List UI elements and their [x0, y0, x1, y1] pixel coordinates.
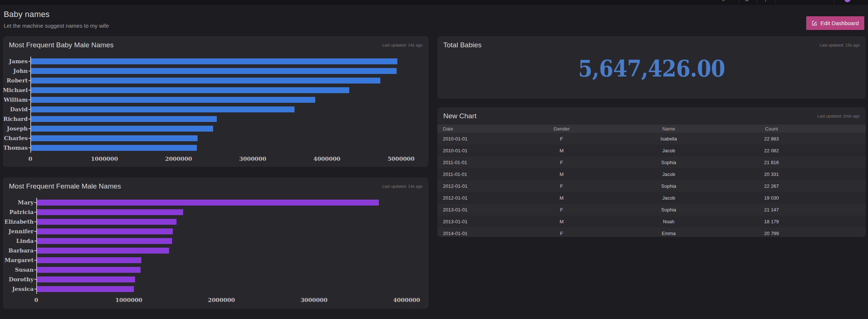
bar-category-label: John	[13, 68, 28, 74]
bar	[37, 267, 141, 273]
topbar-divider	[775, 0, 776, 4]
bar-category-label: David	[10, 106, 28, 113]
edit-dashboard-button[interactable]: Edit Dashboard	[806, 16, 864, 30]
x-axis: 01000000200000030000004000000	[36, 295, 416, 305]
table-cell: 21 816	[720, 160, 823, 165]
table-cell: Jacob	[617, 148, 720, 153]
last-updated-label: Last updated: 14s ago	[382, 184, 423, 189]
y-tick-mark	[34, 231, 36, 232]
column-header-name[interactable]: Name	[617, 126, 720, 132]
search-icon[interactable]: ⌕	[722, 0, 725, 2]
y-tick-mark	[34, 241, 36, 241]
y-tick-mark	[34, 269, 36, 270]
table-cell: M	[506, 148, 617, 153]
table-cell: 22 883	[720, 136, 823, 142]
column-header-gender[interactable]: Gender	[506, 126, 617, 132]
panel-title: Most Frequent Female Male Names	[9, 182, 121, 190]
table-cell: 2010-01-01	[437, 136, 506, 142]
bar	[31, 116, 217, 122]
panel-title: New Chart	[443, 112, 477, 120]
table-cell: 2013-01-01	[437, 207, 506, 213]
bar-row: Barbara	[37, 246, 416, 255]
top-navigation-bar: ⌕ ⠿ ?	[0, 0, 868, 5]
panel-title: Total Babies	[443, 41, 482, 49]
bar-category-label: Elizabeth	[4, 218, 34, 225]
user-avatar[interactable]	[844, 0, 851, 2]
bar	[31, 106, 295, 112]
y-tick-mark	[34, 202, 36, 203]
bar-category-label: Charles	[4, 135, 28, 142]
bar-row: Joseph	[31, 124, 416, 133]
table-cell: 19 030	[720, 195, 823, 201]
bar	[31, 135, 198, 141]
bar	[37, 238, 172, 244]
apps-icon[interactable]: ⠿	[745, 0, 749, 2]
table-row: 2013-01-01FSophia21 147	[437, 204, 866, 216]
bar-row: Thomas	[31, 143, 416, 153]
bar-category-label: Thomas	[3, 145, 28, 151]
y-tick-mark	[34, 279, 36, 280]
y-tick-mark	[28, 119, 30, 119]
table-cell: F	[506, 231, 617, 236]
table-cell: Sophia	[617, 160, 720, 165]
bar-row: Michael	[31, 85, 416, 95]
edit-dashboard-label: Edit Dashboard	[821, 20, 859, 26]
y-tick-mark	[28, 99, 30, 100]
y-tick-mark	[28, 71, 30, 71]
table-row: 2014-01-01FEmma20 799	[437, 227, 866, 237]
table-header-row: DateGenderNameCount	[437, 125, 866, 133]
table-cell: 2010-01-01	[437, 148, 506, 153]
panel-most-frequent-male-names: Most Frequent Baby Male Names Last updat…	[3, 36, 428, 167]
bar-category-label: Jennifer	[9, 228, 34, 235]
x-tick-label: 1000000	[115, 297, 142, 303]
table-cell: Isabella	[617, 136, 720, 142]
female-names-bar-chart: MaryPatriciaElizabethJenniferLindaBarbar…	[9, 198, 423, 305]
bar-row: John	[31, 66, 416, 76]
x-tick-label: 4000000	[313, 156, 340, 162]
y-tick-mark	[28, 90, 30, 91]
table-cell: 2012-01-01	[437, 183, 506, 189]
column-header-count[interactable]: Count	[720, 126, 823, 132]
baby-names-table: DateGenderNameCount 2010-01-01FIsabella2…	[437, 125, 866, 237]
bar-row: Richard	[31, 114, 416, 124]
bar-row: Jessica	[37, 284, 416, 294]
bar	[31, 126, 213, 132]
column-header-date[interactable]: Date	[437, 126, 506, 132]
y-tick-mark	[28, 138, 30, 139]
table-cell: Noah	[617, 219, 720, 224]
bar-category-label: Joseph	[7, 125, 28, 132]
bar-row: Patricia	[37, 207, 416, 217]
left-column: Most Frequent Baby Male Names Last updat…	[3, 36, 428, 309]
bar-row: Elizabeth	[37, 217, 416, 227]
table-row: 2010-01-01MJacob22 082	[437, 145, 866, 156]
topbar-divider	[834, 0, 834, 4]
bar-category-label: Linda	[16, 238, 34, 244]
bar	[31, 87, 349, 93]
bar-category-label: James	[9, 58, 28, 65]
help-icon[interactable]: ?	[764, 0, 767, 2]
table-cell: Sophia	[617, 207, 720, 213]
bar-category-label: William	[4, 96, 28, 103]
table-cell: F	[506, 136, 617, 142]
y-tick-mark	[34, 221, 36, 222]
bar-row: Linda	[37, 236, 416, 246]
right-column: Total Babies Last updated: 15s ago 5,647…	[437, 36, 866, 237]
bar-row: Margaret	[37, 255, 416, 265]
x-tick-label: 2000000	[208, 297, 235, 303]
chart-plot-area: MaryPatriciaElizabethJenniferLindaBarbar…	[36, 198, 416, 294]
x-tick-label: 4000000	[393, 297, 420, 303]
table-row: 2011-01-01FSophia21 816	[437, 156, 866, 168]
bar-row: Susan	[37, 265, 416, 275]
bar-category-label: Michael	[3, 87, 28, 94]
edit-pencil-icon	[812, 20, 817, 26]
bar-category-label: Robert	[7, 77, 28, 84]
bar-category-label: Jessica	[12, 286, 34, 292]
table-row: 2010-01-01FIsabella22 883	[437, 133, 866, 145]
bar-row: James	[31, 57, 416, 66]
bar	[37, 200, 379, 206]
panel-total-babies: Total Babies Last updated: 15s ago 5,647…	[437, 36, 866, 99]
table-cell: Jacob	[617, 172, 720, 177]
y-tick-mark	[28, 128, 30, 129]
x-tick-label: 3000000	[300, 297, 327, 303]
bar-category-label: Barbara	[9, 247, 34, 254]
